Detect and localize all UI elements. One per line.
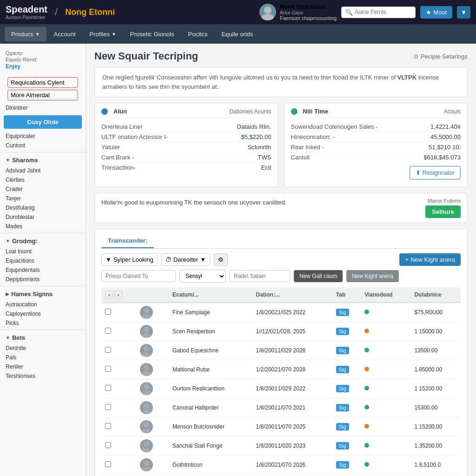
sharoms-header[interactable]: ▼ Sharoms: [0, 154, 86, 166]
row-date: 1/8/20021/025 2022: [252, 303, 332, 322]
sidebar-item[interactable]: Duroblestar: [0, 212, 86, 222]
resignnalor-button[interactable]: ⬆ Resignnalor: [410, 166, 461, 179]
sidebar-item[interactable]: Reriiler: [0, 362, 86, 371]
moot-button[interactable]: ★ Moot: [420, 6, 452, 19]
selhure-button[interactable]: Selhure: [425, 205, 461, 218]
sidebar-item[interactable]: Autraocation: [0, 300, 86, 309]
nav-item-prosetic[interactable]: Prosetic Gionols: [124, 27, 181, 41]
sidebar-item[interactable]: Clerties: [0, 175, 86, 185]
cusy-olnle-button[interactable]: Cusy Olnle: [4, 115, 82, 129]
row-status: [361, 398, 410, 417]
dinintirer-item[interactable]: Dinintirer: [0, 103, 86, 112]
nav-item-profiles[interactable]: Profiles ▼: [83, 27, 123, 41]
row-status: [361, 341, 410, 360]
status-dot-icon: [364, 462, 369, 467]
settings-gear-button[interactable]: ⚙: [214, 253, 228, 266]
sidebar-item[interactable]: Caployentions: [0, 309, 86, 318]
svg-point-15: [142, 429, 151, 433]
filter-prieso-input[interactable]: [101, 270, 176, 282]
sidebar-item[interactable]: Crader: [0, 185, 86, 194]
row-tab[interactable]: Sig: [332, 341, 361, 360]
bets-header[interactable]: ▼ Bets: [0, 332, 86, 344]
row-checkbox[interactable]: [105, 366, 111, 372]
col-dutabnice: Dutabnice: [410, 287, 461, 303]
filter-sensyl-select[interactable]: Sensyl: [179, 270, 226, 283]
hames-header[interactable]: ▶ Hames Signns: [0, 288, 86, 300]
sidebar-item[interactable]: Depipbnmints: [0, 275, 86, 284]
new-gall-caum-button[interactable]: New Gall caum: [294, 270, 343, 282]
table-prev-button[interactable]: ‹: [105, 291, 113, 299]
tab-trainscander[interactable]: Trainscander:: [101, 234, 154, 248]
header-search-box[interactable]: 🔍: [341, 7, 416, 18]
chevron-down-icon-profiles: ▼: [112, 32, 116, 37]
nav-item-account[interactable]: Account: [47, 27, 82, 41]
row-tab[interactable]: Sig: [332, 303, 361, 322]
equipricater-item[interactable]: Equipricater: [0, 132, 86, 141]
row-status: [361, 360, 410, 379]
row-checkbox[interactable]: [105, 309, 111, 315]
svg-point-3: [142, 314, 151, 319]
grodmg-header[interactable]: ▼ Grodmg:: [0, 235, 86, 247]
row-checkbox[interactable]: [105, 347, 111, 353]
more-almerdal-box[interactable]: More Almerdal: [7, 90, 78, 100]
row-tab[interactable]: Sig: [332, 436, 361, 456]
row-tab[interactable]: Sig: [332, 417, 361, 436]
row-checkbox[interactable]: [105, 328, 111, 334]
status-dot-icon: [364, 386, 369, 390]
row-checkbox[interactable]: [105, 423, 111, 429]
row-checkbox[interactable]: [105, 461, 111, 467]
svg-point-2: [144, 308, 149, 313]
new-kight-anera-button[interactable]: New Kight anera: [346, 270, 399, 282]
main-layout: Qganty: Equoly Riend: Enjey Requications…: [0, 44, 476, 476]
filter-sylper[interactable]: ▼ Sylper Looking: [101, 253, 158, 266]
insta-joons-button[interactable]: + New Kight anera: [399, 253, 461, 266]
row-checkbox[interactable]: [105, 442, 111, 448]
status-dot-icon: [364, 329, 369, 333]
people-settings-link[interactable]: ⚙ Peciple Setarings: [413, 53, 468, 60]
filter-radel-input[interactable]: [230, 270, 290, 282]
row-name: Canonal Halliprder: [169, 398, 252, 417]
row-name: Sanchal Stall Fonge: [169, 436, 252, 456]
filter-arrow-icon: ▼: [106, 256, 112, 263]
status-dot-icon: [364, 405, 369, 410]
row-tab[interactable]: Sig: [332, 360, 361, 379]
filter-dareoiter[interactable]: ⏱ Dareoiter ▼: [161, 253, 210, 266]
sidebar-item[interactable]: Pals: [0, 353, 86, 362]
enjoy-link[interactable]: Enjey: [6, 63, 80, 70]
row-checkbox[interactable]: [105, 404, 111, 410]
sidebar-item[interactable]: Equacitions: [0, 256, 86, 265]
col-ecatum: Ecatum/...: [169, 287, 252, 303]
header: Speadent Aunson Paontonee / Nong Etonni …: [0, 0, 476, 24]
sidebar-item[interactable]: Mades: [0, 222, 86, 231]
row-checkbox[interactable]: [105, 385, 111, 391]
row-name: Ourtoni Realicanttion: [169, 379, 252, 398]
left-card-rows: Onerleuia LinerDataids Rlin.ULTF onation…: [101, 122, 271, 172]
svg-point-0: [264, 7, 271, 14]
row-tab[interactable]: Sig: [332, 322, 361, 341]
search-input[interactable]: [355, 9, 410, 15]
message-right: Manor Futtehs Selhure: [425, 198, 461, 218]
bottom-message-box: Hlolie'm good to euupmorining TK the sen…: [94, 193, 468, 223]
cuntont-item[interactable]: Cuntont: [0, 141, 86, 150]
svg-point-11: [142, 390, 151, 395]
sidebar-item[interactable]: Loal Inumt: [0, 247, 86, 256]
row-tab[interactable]: Sig: [332, 398, 361, 417]
status-dot-icon: [364, 310, 369, 314]
sidebar-item[interactable]: Tershionses: [0, 371, 86, 381]
table-next-button[interactable]: ›: [114, 291, 123, 299]
sidebar-item[interactable]: Equpndentals: [0, 265, 86, 275]
nav-item-equile[interactable]: Equile orids: [215, 27, 259, 41]
nav-item-producs[interactable]: Producs ▼: [5, 27, 46, 41]
sidebar-item[interactable]: Tanjer: [0, 194, 86, 203]
details-grid: Alun Datiomes Acunts Onerleuia LinerData…: [94, 103, 468, 187]
detail-row: Sowendoad Cotenougen Sales -1,4221.40#: [291, 122, 461, 132]
row-tab[interactable]: Sig: [332, 456, 361, 475]
row-tab[interactable]: Sig: [332, 379, 361, 398]
requications-box[interactable]: Requications Cylent: [7, 77, 78, 88]
moot-dropdown-button[interactable]: ▼: [457, 6, 470, 19]
sidebar-item[interactable]: Deninite: [0, 344, 86, 353]
sidebar-item[interactable]: Picks: [0, 318, 86, 328]
nav-item-pocitcs[interactable]: Pocitcs: [182, 27, 214, 41]
sidebar-item[interactable]: Adsivad Jahnt: [0, 166, 86, 175]
sidebar-item[interactable]: Destifulanig: [0, 203, 86, 212]
